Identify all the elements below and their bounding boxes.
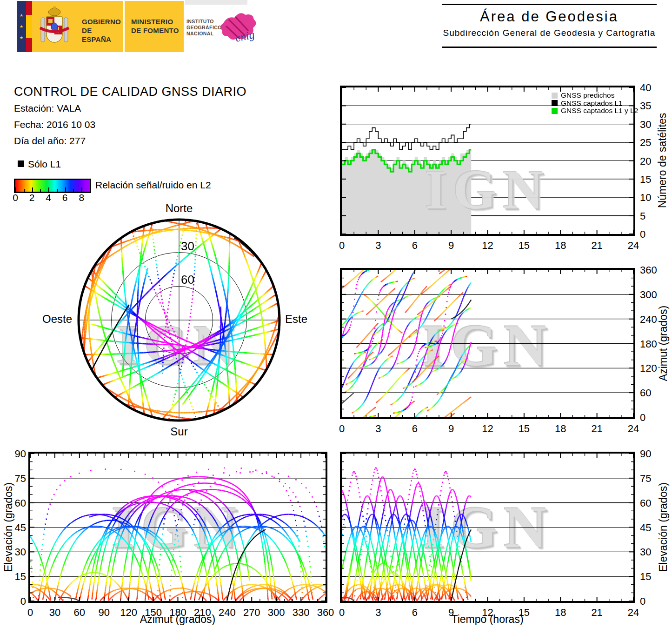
ministerio-banner: MINISTERIO DE FOMENTO: [125, 1, 184, 52]
az-y-tick: 120: [640, 362, 657, 374]
ministerio-label: MINISTERIO DE FOMENTO: [131, 17, 179, 35]
snr-colorbar: [14, 179, 91, 193]
legend-item: GNSS captados L1 y L2: [552, 107, 638, 115]
elaz-y-tick: 60: [4, 497, 26, 509]
skyplot: [77, 218, 281, 422]
sats-y-tick: 30: [640, 119, 651, 131]
sats-y-title: Número de satélites: [656, 113, 669, 208]
eltime-x-tick: 15: [519, 607, 530, 619]
colorbar-number: 0: [13, 192, 18, 203]
elaz-y-tick: 75: [4, 473, 26, 485]
az-x-tick: 21: [591, 423, 602, 435]
elaz-x-tick: 60: [74, 607, 85, 619]
legend-swatch: [552, 100, 558, 106]
colorbar-tick: [65, 187, 66, 192]
eltime-y-tick: 90: [640, 448, 651, 460]
legend-item: GNSS predichos: [552, 91, 614, 100]
eu-star-icon: ★: [20, 24, 23, 29]
colorbar-tick: [24, 189, 25, 192]
az-x-tick: 24: [628, 423, 639, 435]
az-y-tick: 60: [640, 387, 651, 399]
eltime-y-tick: 45: [640, 522, 651, 534]
eltime-x-tick: 18: [555, 607, 566, 619]
azimuth-time-canvas: [342, 270, 633, 417]
eltime-x-tick: 3: [375, 607, 381, 619]
colorbar-tick: [81, 187, 82, 192]
elaz-y-tick: 0: [4, 595, 26, 608]
sats-x-tick: 9: [448, 240, 454, 252]
colorbar-tick: [73, 189, 74, 192]
l1-only-swatch: [18, 160, 24, 167]
colorbar-tick: [15, 187, 16, 192]
header-rule-top: [442, 4, 657, 5]
sats-x-tick: 6: [412, 240, 418, 252]
az-y-tick: 240: [640, 314, 657, 326]
elaz-x-tick: 90: [99, 607, 110, 619]
az-x-tick: 3: [375, 423, 381, 435]
page-title: CONTROL DE CALIDAD GNSS DIARIO: [14, 85, 246, 99]
elevation-time-canvas: [342, 454, 633, 601]
eltime-y-tick: 75: [640, 473, 651, 485]
eltime-y-title: Elevación (grados): [657, 482, 670, 572]
eltime-x-tick: 24: [628, 607, 639, 619]
sky-ring-30: 30: [181, 239, 194, 254]
colorbar-label: Relación señal/ruido en L2: [95, 180, 211, 191]
colorbar-tick: [90, 189, 91, 192]
colorbar-number: 8: [79, 192, 84, 203]
sats-y-tick: 25: [640, 137, 651, 149]
colorbar-tick: [48, 187, 49, 192]
header-gray-bar: [185, 0, 247, 5]
sky-south-label: Sur: [151, 425, 207, 438]
sats-y-tick: 10: [640, 192, 651, 204]
sats-x-tick: 0: [339, 240, 345, 252]
elevation-azimuth-canvas: [30, 454, 326, 601]
eltime-x-tick: 0: [339, 607, 345, 619]
doy-line: Día del año: 277: [14, 135, 86, 147]
az-y-tick: 300: [640, 289, 657, 301]
elaz-x-tick: 0: [27, 607, 33, 619]
sky-ring-60: 60: [181, 273, 194, 287]
sats-x-tick: 12: [482, 240, 493, 252]
sats-y-tick: 15: [640, 174, 651, 186]
elaz-x-tick: 240: [219, 607, 236, 619]
sats-y-tick: 20: [640, 155, 651, 167]
az-y-title: Azimut (grados): [657, 306, 670, 381]
colorbar-tick: [32, 187, 33, 192]
sats-x-tick: 24: [628, 240, 639, 252]
elaz-x-tick: 150: [145, 607, 162, 619]
sats-y-tick: 40: [640, 82, 651, 94]
sky-west-label: Oeste: [26, 313, 72, 326]
az-y-tick: 360: [640, 264, 657, 276]
sats-x-tick: 21: [591, 240, 602, 252]
eu-star-icon: ★: [20, 13, 23, 18]
elaz-x-tick: 30: [49, 607, 60, 619]
elaz-x-tick: 210: [194, 607, 211, 619]
az-x-tick: 0: [339, 423, 345, 435]
eltime-x-tick: 6: [412, 607, 418, 619]
spain-coat-of-arms: [34, 6, 74, 48]
elaz-x-tick: 120: [120, 607, 137, 619]
az-x-tick: 18: [555, 423, 566, 435]
skyplot-canvas: [77, 218, 281, 422]
colorbar-tick: [57, 189, 58, 192]
gobierno-banner: ★ ★ ★ GOBIERNO DE ESPAÑA: [17, 1, 123, 52]
station-line: Estación: VALA: [14, 103, 81, 114]
legend-label: GNSS captados L1: [561, 99, 623, 107]
az-x-tick: 12: [482, 423, 493, 435]
elaz-y-tick: 45: [4, 522, 26, 534]
header-rule-bottom: [442, 47, 657, 48]
l1-only-label: Sólo L1: [28, 159, 61, 170]
eltime-y-tick: 60: [640, 497, 651, 509]
sky-east-label: Este: [285, 313, 307, 326]
area-title: Área de Geodesia: [442, 8, 657, 25]
colorbar-number: 6: [62, 192, 68, 203]
eltime-y-tick: 15: [640, 571, 651, 583]
sats-y-tick: 35: [640, 100, 651, 112]
spain-flag-strip: [26, 1, 32, 52]
elaz-x-tick: 330: [293, 607, 310, 619]
colorbar-tick: [40, 189, 41, 192]
page: ★ ★ ★ GOBIERNO DE ESPAÑA: [0, 0, 672, 628]
elaz-x-tick: 270: [243, 607, 260, 619]
sats-x-tick: 15: [519, 240, 530, 252]
elaz-y-tick: 90: [4, 448, 26, 460]
